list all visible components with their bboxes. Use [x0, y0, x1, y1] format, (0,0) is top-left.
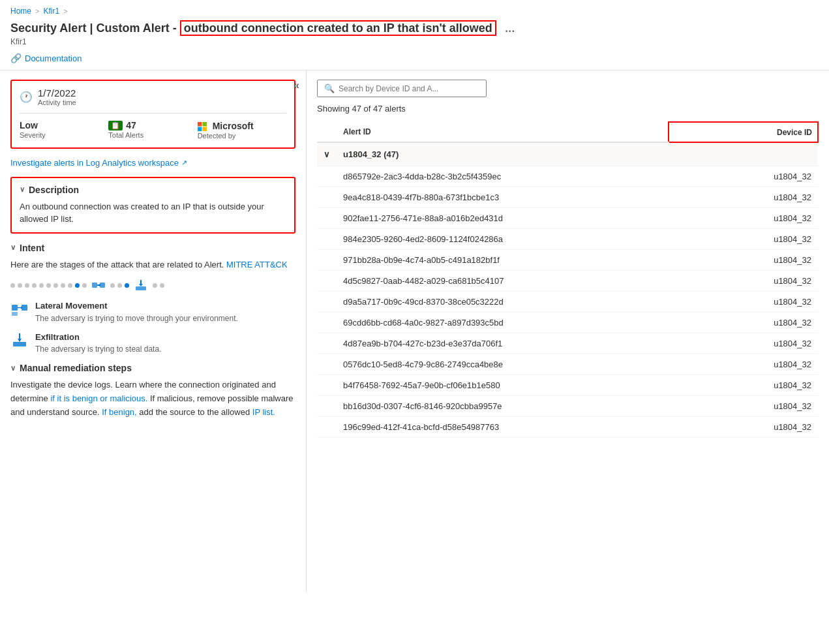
row-expand: [317, 208, 337, 229]
stage-title: Lateral Movement: [35, 299, 238, 313]
breadcrumb-kfir1[interactable]: Kfir1: [43, 7, 59, 16]
table-row[interactable]: bb16d30d-0307-4cf6-8146-920cbba9957e u18…: [317, 396, 818, 417]
alert-id-cell: 4d5c9827-0aab-4482-a029-ca681b5c4107: [337, 271, 669, 292]
page-header: Security Alert | Custom Alert - outbound…: [0, 18, 829, 50]
device-id-cell: u1804_32: [669, 208, 818, 229]
alert-id-cell: bb16d30d-0307-4cf6-8146-920cbba9957e: [337, 396, 669, 417]
remediation-link1[interactable]: if it is benign or malicious.: [50, 393, 147, 403]
alert-id-cell: 196c99ed-412f-41ca-bcfd-d58e54987763: [337, 417, 669, 438]
th-alert-id[interactable]: Alert ID: [337, 122, 669, 142]
row-expand: [317, 292, 337, 313]
analytics-link-label: Investigate alerts in Log Analytics work…: [10, 158, 179, 168]
intent-body: Here are the stages of the attack that a…: [10, 258, 295, 356]
th-device-id[interactable]: Device ID: [669, 122, 818, 142]
chain-dot: [32, 283, 37, 288]
lateral-movement-icon: [91, 277, 106, 293]
remediation-chevron-icon: ∨: [10, 364, 16, 373]
breadcrumb-home[interactable]: Home: [10, 7, 31, 16]
stage-lateral-movement: Lateral Movement The adversary is trying…: [10, 299, 295, 324]
table-row[interactable]: 4d5c9827-0aab-4482-a029-ca681b5c4107 u18…: [317, 271, 818, 292]
stage-title: Exfiltration: [35, 331, 161, 344]
description-body: An outbound connection was created to an…: [20, 200, 286, 226]
remediation-body: Investigate the device logs. Learn where…: [10, 378, 295, 419]
svg-rect-8: [136, 286, 146, 290]
lateral-movement-content: Lateral Movement The adversary is trying…: [35, 299, 238, 324]
table-row[interactable]: 984e2305-9260-4ed2-8609-1124f024286a u18…: [317, 229, 818, 250]
intent-header[interactable]: ∨ Intent: [10, 243, 295, 253]
device-id-cell: u1804_32: [669, 250, 818, 271]
table-row[interactable]: 196c99ed-412f-41ca-bcfd-d58e54987763 u18…: [317, 417, 818, 438]
table-row[interactable]: d9a5a717-0b9c-49cd-8370-38ce05c3222d u18…: [317, 292, 818, 313]
svg-marker-18: [18, 339, 22, 342]
chain-dot: [68, 283, 72, 288]
alert-id-cell: 971bb28a-0b9e-4c74-a0b5-c491a182bf1f: [337, 250, 669, 271]
documentation-link[interactable]: 🔗 Documentation: [0, 50, 829, 70]
info-card: 🕐 1/7/2022 Activity time Low Severity 📋 …: [10, 80, 295, 148]
table-row[interactable]: 69cdd6bb-cd68-4a0c-9827-a897d393c5bd u18…: [317, 313, 818, 333]
table-row[interactable]: 9ea4c818-0439-4f7b-880a-673f1bcbe1c3 u18…: [317, 187, 818, 208]
group-chevron[interactable]: ∨: [317, 142, 337, 166]
exfiltration-icon: [133, 277, 149, 293]
row-expand: [317, 166, 337, 187]
table-row[interactable]: 902fae11-2756-471e-88a8-a016b2ed431d u18…: [317, 208, 818, 229]
right-panel: 🔍 Showing 47 of 47 alerts Alert ID Devic…: [307, 70, 829, 592]
remediation-section: ∨ Manual remediation steps Investigate t…: [10, 363, 295, 419]
chain-dot-active: [125, 283, 129, 288]
main-layout: « 🕐 1/7/2022 Activity time Low Severity …: [0, 70, 829, 592]
alerts-label: Total Alerts: [108, 131, 197, 139]
row-expand: [317, 250, 337, 271]
device-id-cell: u1804_32: [669, 229, 818, 250]
intent-title: Intent: [20, 243, 44, 253]
description-text: An outbound connection was created to an…: [20, 200, 286, 226]
table-row[interactable]: 971bb28a-0b9e-4c74-a0b5-c491a182bf1f u18…: [317, 250, 818, 271]
search-icon: 🔍: [324, 84, 335, 93]
remediation-header[interactable]: ∨ Manual remediation steps: [10, 363, 295, 373]
page-title: Security Alert | Custom Alert - outbound…: [10, 21, 819, 36]
ellipsis-button[interactable]: …: [505, 22, 515, 36]
device-id-cell: u1804_32: [669, 292, 818, 313]
activity-label: Activity time: [38, 99, 76, 106]
intent-intro-text: Here are the stages of the attack that a…: [10, 260, 224, 269]
detected-label: Detected by: [198, 132, 286, 140]
svg-rect-1: [202, 122, 207, 127]
chain-dot: [110, 283, 115, 288]
chain-dot: [10, 283, 15, 288]
stage-desc: The adversary is trying to move through …: [35, 313, 238, 324]
table-row[interactable]: 0576dc10-5ed8-4c79-9c86-2749cca4be8e u18…: [317, 354, 818, 375]
row-expand: [317, 271, 337, 292]
detected-value: Microsoft: [198, 120, 286, 130]
alert-id-cell: b4f76458-7692-45a7-9e0b-cf06e1b1e580: [337, 375, 669, 396]
device-id-cell: u1804_32: [669, 166, 818, 187]
search-box[interactable]: 🔍: [317, 80, 487, 97]
search-input[interactable]: [339, 84, 479, 93]
group-label-text: u1804_32 (47): [343, 149, 399, 159]
mitre-link[interactable]: MITRE ATT&CK: [226, 260, 288, 269]
svg-rect-3: [202, 127, 207, 131]
collapse-button[interactable]: «: [294, 80, 299, 91]
description-chevron-icon: ∨: [20, 185, 25, 194]
group-label: u1804_32 (47): [337, 142, 818, 166]
device-id-cell: u1804_32: [669, 375, 818, 396]
breadcrumb: Home > Kfir1 >: [0, 0, 829, 18]
table-row[interactable]: b4f76458-7692-45a7-9e0b-cf06e1b1e580 u18…: [317, 375, 818, 396]
svg-rect-4: [92, 283, 97, 288]
group-row[interactable]: ∨ u1804_32 (47): [317, 142, 818, 166]
description-header[interactable]: ∨ Description: [20, 185, 286, 195]
alert-id-cell: d865792e-2ac3-4dda-b28c-3b2c5f4359ec: [337, 166, 669, 187]
th-expand[interactable]: [317, 122, 337, 142]
svg-rect-13: [12, 312, 18, 316]
table-row[interactable]: 4d87ea9b-b704-427c-b23d-e3e37da706f1 u18…: [317, 333, 818, 354]
svg-rect-16: [13, 342, 26, 346]
chain-dot: [46, 283, 51, 288]
microsoft-logo-icon: [198, 120, 209, 130]
device-id-cell: u1804_32: [669, 354, 818, 375]
chain-dot: [18, 283, 22, 288]
device-id-cell: u1804_32: [669, 187, 818, 208]
metrics-row: Low Severity 📋 47 Total Alerts: [20, 120, 286, 139]
table-row[interactable]: d865792e-2ac3-4dda-b28c-3b2c5f4359ec u18…: [317, 166, 818, 187]
doc-link-label: Documentation: [25, 54, 82, 63]
analytics-workspace-link[interactable]: Investigate alerts in Log Analytics work…: [10, 158, 295, 168]
external-link-icon: 🔗: [10, 53, 22, 63]
remediation-link2[interactable]: If benign,: [102, 407, 137, 417]
remediation-link3[interactable]: IP list.: [252, 407, 275, 417]
